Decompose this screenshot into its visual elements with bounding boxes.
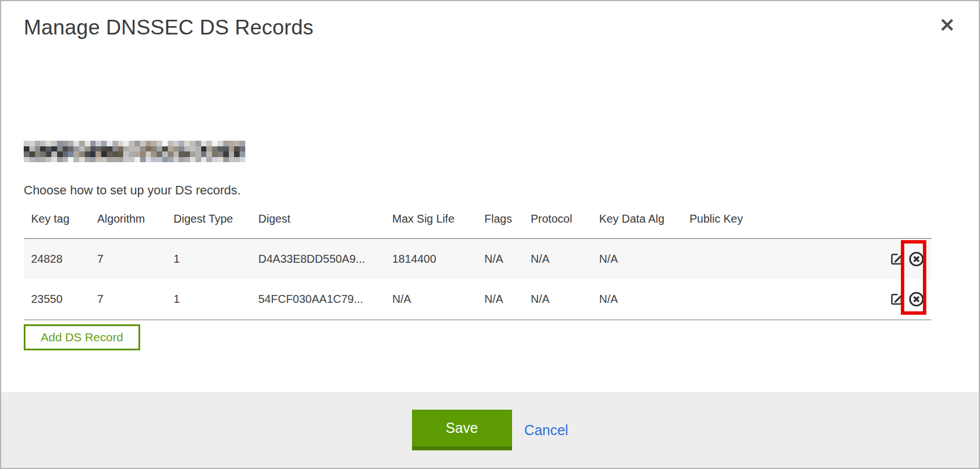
close-icon bbox=[939, 17, 955, 33]
col-header-max-sig-life: Max Sig Life bbox=[385, 209, 477, 238]
edit-record-button[interactable] bbox=[888, 290, 905, 308]
cell-public-key bbox=[682, 238, 877, 279]
circle-x-icon bbox=[908, 251, 925, 267]
col-header-algorithm: Algorithm bbox=[90, 209, 166, 238]
cell-key-data-alg: N/A bbox=[592, 279, 682, 320]
ds-records-table-wrap: Key tag Algorithm Digest Type Digest Max… bbox=[24, 209, 931, 320]
cell-algorithm: 7 bbox=[90, 238, 166, 279]
col-header-flags: Flags bbox=[477, 209, 523, 238]
cancel-link[interactable]: Cancel bbox=[524, 422, 569, 438]
cell-protocol: N/A bbox=[523, 279, 592, 320]
cell-max-sig-life: 1814400 bbox=[385, 238, 477, 279]
col-header-public-key: Public Key bbox=[682, 209, 877, 238]
ds-records-table: Key tag Algorithm Digest Type Digest Max… bbox=[24, 209, 931, 320]
cell-key-tag: 23550 bbox=[24, 279, 90, 320]
circle-x-icon bbox=[908, 291, 925, 307]
footer-action-bar: Save Cancel bbox=[1, 392, 979, 468]
col-header-key-data-alg: Key Data Alg bbox=[592, 209, 682, 238]
delete-record-button[interactable] bbox=[907, 290, 926, 309]
cell-algorithm: 7 bbox=[90, 279, 166, 320]
cell-key-data-alg: N/A bbox=[592, 238, 682, 279]
col-header-key-tag: Key tag bbox=[24, 209, 90, 238]
add-ds-record-button[interactable]: Add DS Record bbox=[24, 324, 140, 350]
edit-record-button[interactable] bbox=[888, 250, 905, 268]
edit-square-icon bbox=[889, 251, 904, 267]
col-header-digest-type: Digest Type bbox=[166, 209, 251, 238]
delete-record-button[interactable] bbox=[907, 250, 926, 268]
cell-max-sig-life: N/A bbox=[385, 279, 477, 320]
cell-protocol: N/A bbox=[523, 238, 592, 279]
manage-dnssec-dialog: Manage DNSSEC DS Records Choose how to s… bbox=[0, 0, 980, 469]
page-title: Manage DNSSEC DS Records bbox=[24, 16, 314, 40]
table-header-row: Key tag Algorithm Digest Type Digest Max… bbox=[24, 209, 931, 238]
cell-digest: D4A33E8DD550A9... bbox=[251, 238, 385, 279]
save-button[interactable]: Save bbox=[412, 410, 512, 450]
cell-flags: N/A bbox=[477, 279, 523, 320]
cell-public-key bbox=[682, 279, 877, 320]
cell-key-tag: 24828 bbox=[24, 238, 90, 279]
col-header-protocol: Protocol bbox=[523, 209, 592, 238]
cell-digest-type: 1 bbox=[166, 238, 251, 279]
cell-digest-type: 1 bbox=[166, 279, 251, 320]
col-header-digest: Digest bbox=[251, 209, 385, 238]
cell-flags: N/A bbox=[477, 238, 523, 279]
redacted-domain-name bbox=[24, 141, 245, 162]
setup-instruction: Choose how to set up your DS records. bbox=[24, 183, 241, 198]
col-header-actions bbox=[877, 209, 931, 238]
cell-digest: 54FCF030AA1C79... bbox=[251, 279, 385, 320]
close-button[interactable] bbox=[937, 15, 957, 35]
table-row: 24828 7 1 D4A33E8DD550A9... 1814400 N/A … bbox=[24, 238, 931, 279]
table-row: 23550 7 1 54FCF030AA1C79... N/A N/A N/A … bbox=[24, 279, 931, 320]
edit-square-icon bbox=[889, 292, 904, 307]
